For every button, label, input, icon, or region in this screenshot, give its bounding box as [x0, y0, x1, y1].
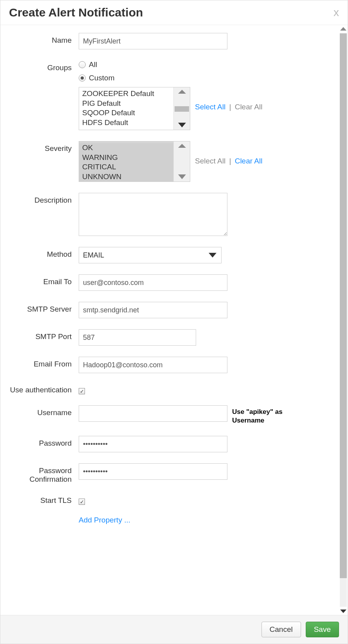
radio-icon [79, 61, 86, 68]
dialog-body-wrap: Name Groups All Custom [0, 25, 348, 615]
chevron-up-icon[interactable] [178, 144, 186, 148]
severity-select-all-link[interactable]: Select All [195, 157, 225, 165]
severity-clear-all-link[interactable]: Clear All [235, 157, 263, 165]
save-button[interactable]: Save [306, 622, 339, 637]
row-description: Description [4, 193, 332, 236]
groups-scrollbar[interactable] [173, 87, 190, 130]
username-hint: Use "apikey" as Username [232, 405, 303, 425]
scroll-thumb[interactable] [175, 106, 189, 112]
add-property-link[interactable]: Add Property ... [79, 516, 130, 524]
row-name: Name [4, 33, 332, 49]
cancel-button[interactable]: Cancel [261, 622, 301, 637]
severity-listbox[interactable]: OK WARNING CRITICAL UNKNOWN [79, 141, 190, 182]
scroll-track[interactable] [340, 33, 347, 607]
chevron-up-icon[interactable] [178, 90, 186, 94]
dialog-title: Create Alert Notification [9, 6, 143, 19]
groups-radio-all[interactable]: All [79, 60, 97, 69]
username-input[interactable] [79, 405, 227, 422]
groups-bulk-links: Select All | Clear All [195, 87, 262, 111]
password-confirm-input[interactable] [79, 463, 227, 480]
groups-clear-all-link[interactable]: Clear All [235, 103, 263, 111]
row-severity: Severity OK WARNING CRITICAL UNKNOWN [4, 141, 332, 182]
row-smtp-server: SMTP Server [4, 302, 332, 318]
row-email-to: Email To [4, 274, 332, 291]
start-tls-checkbox[interactable] [79, 499, 85, 505]
groups-listbox[interactable]: ZOOKEEPER Default PIG Default SQOOP Defa… [79, 87, 190, 130]
label-start-tls: Start TLS [4, 495, 79, 505]
label-email-from: Email From [4, 357, 79, 368]
use-auth-checkbox[interactable] [79, 388, 85, 394]
row-email-from: Email From [4, 357, 332, 373]
description-textarea[interactable] [79, 193, 227, 236]
email-from-input[interactable] [79, 357, 227, 373]
label-password-confirm: Password Confirmation [4, 463, 79, 484]
chevron-down-icon[interactable] [178, 123, 186, 127]
radio-custom-label: Custom [89, 74, 114, 82]
list-item[interactable]: SQOOP Default [82, 108, 170, 118]
chevron-down-icon[interactable] [178, 174, 186, 179]
row-password: Password [4, 436, 332, 452]
label-name: Name [4, 33, 79, 45]
dialog-body: Name Groups All Custom [0, 25, 348, 615]
scroll-thumb[interactable] [340, 33, 347, 578]
list-item[interactable]: HDFS Default [82, 118, 170, 128]
label-groups: Groups [4, 60, 79, 72]
dialog-scrollbar[interactable] [339, 25, 348, 615]
label-email-to: Email To [4, 274, 79, 286]
list-item[interactable]: CRITICAL [79, 162, 173, 172]
row-add-property: Add Property ... [4, 516, 332, 524]
password-input[interactable] [79, 436, 227, 452]
label-password: Password [4, 436, 79, 448]
label-description: Description [4, 193, 79, 205]
row-start-tls: Start TLS [4, 495, 332, 505]
label-severity: Severity [4, 141, 79, 153]
label-method: Method [4, 247, 79, 259]
smtp-port-input[interactable] [79, 329, 196, 346]
label-username: Username [4, 405, 79, 417]
row-password-confirm: Password Confirmation [4, 463, 332, 484]
chevron-down-icon [209, 253, 216, 258]
row-smtp-port: SMTP Port [4, 329, 332, 346]
severity-scrollbar[interactable] [173, 141, 190, 181]
row-username: Username Use "apikey" as Username [4, 405, 332, 425]
dialog-header: Create Alert Notification x [0, 0, 348, 25]
dialog-footer: Cancel Save [0, 615, 348, 644]
row-use-auth: Use authentication [4, 384, 332, 394]
label-use-auth: Use authentication [4, 384, 79, 394]
email-to-input[interactable] [79, 274, 227, 291]
list-item[interactable]: ZOOKEEPER Default [82, 89, 170, 99]
close-icon[interactable]: x [334, 7, 339, 18]
method-select[interactable]: EMAIL [79, 247, 222, 263]
chevron-down-icon[interactable] [340, 610, 346, 613]
list-item[interactable]: PIG Default [82, 99, 170, 109]
groups-select-all-link[interactable]: Select All [195, 103, 225, 111]
groups-radio-custom[interactable]: Custom [79, 74, 114, 82]
list-item[interactable]: UNKNOWN [79, 172, 173, 181]
radio-all-label: All [89, 60, 97, 69]
severity-bulk-links: Select All | Clear All [195, 141, 262, 165]
list-item[interactable]: WARNING [79, 153, 173, 163]
chevron-up-icon[interactable] [340, 27, 346, 31]
row-method: Method EMAIL [4, 247, 332, 263]
method-value: EMAIL [83, 251, 104, 259]
create-alert-dialog: Create Alert Notification x Name Groups … [0, 0, 348, 644]
label-smtp-port: SMTP Port [4, 329, 79, 341]
row-groups: Groups All Custom ZOOKEEPER Default [4, 60, 332, 130]
smtp-server-input[interactable] [79, 302, 227, 318]
name-input[interactable] [79, 33, 227, 49]
label-smtp-server: SMTP Server [4, 302, 79, 314]
radio-icon [79, 74, 86, 82]
list-item[interactable]: OK [79, 143, 173, 153]
